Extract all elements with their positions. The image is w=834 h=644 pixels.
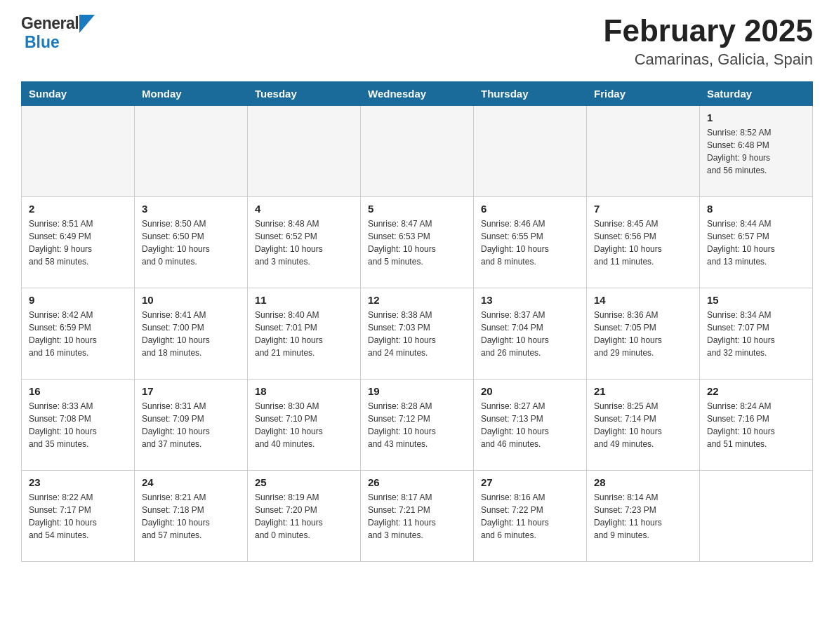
day-number: 24 xyxy=(142,476,240,488)
weekday-tuesday: Tuesday xyxy=(248,82,361,106)
week-row-4: 23Sunrise: 8:22 AM Sunset: 7:17 PM Dayli… xyxy=(22,471,813,562)
weekday-friday: Friday xyxy=(587,82,700,106)
table-row: 21Sunrise: 8:25 AM Sunset: 7:14 PM Dayli… xyxy=(587,380,700,471)
week-row-3: 16Sunrise: 8:33 AM Sunset: 7:08 PM Dayli… xyxy=(22,380,813,471)
table-row xyxy=(474,106,587,197)
day-info: Sunrise: 8:46 AM Sunset: 6:55 PM Dayligh… xyxy=(481,217,579,268)
day-info: Sunrise: 8:48 AM Sunset: 6:52 PM Dayligh… xyxy=(255,217,353,268)
logo-general-text: General xyxy=(21,14,79,33)
day-number: 17 xyxy=(142,385,240,397)
table-row: 14Sunrise: 8:36 AM Sunset: 7:05 PM Dayli… xyxy=(587,288,700,380)
day-info: Sunrise: 8:17 AM Sunset: 7:21 PM Dayligh… xyxy=(368,491,466,542)
day-info: Sunrise: 8:19 AM Sunset: 7:20 PM Dayligh… xyxy=(255,491,353,542)
day-number: 12 xyxy=(368,294,466,306)
table-row: 25Sunrise: 8:19 AM Sunset: 7:20 PM Dayli… xyxy=(248,471,361,562)
table-row: 16Sunrise: 8:33 AM Sunset: 7:08 PM Dayli… xyxy=(22,380,135,471)
table-row: 27Sunrise: 8:16 AM Sunset: 7:22 PM Dayli… xyxy=(474,471,587,562)
day-info: Sunrise: 8:30 AM Sunset: 7:10 PM Dayligh… xyxy=(255,400,353,450)
svg-marker-0 xyxy=(79,15,95,33)
table-row xyxy=(22,106,135,197)
day-number: 13 xyxy=(481,294,579,306)
day-number: 1 xyxy=(707,112,805,123)
day-number: 28 xyxy=(594,476,692,488)
table-row: 4Sunrise: 8:48 AM Sunset: 6:52 PM Daylig… xyxy=(248,197,361,288)
table-row xyxy=(248,106,361,197)
day-number: 8 xyxy=(707,203,805,215)
table-row: 2Sunrise: 8:51 AM Sunset: 6:49 PM Daylig… xyxy=(22,197,135,288)
day-info: Sunrise: 8:52 AM Sunset: 6:48 PM Dayligh… xyxy=(707,126,805,177)
day-number: 19 xyxy=(368,385,466,397)
table-row: 13Sunrise: 8:37 AM Sunset: 7:04 PM Dayli… xyxy=(474,288,587,380)
table-row: 1Sunrise: 8:52 AM Sunset: 6:48 PM Daylig… xyxy=(700,106,813,197)
title-block: February 2025 Camarinas, Galicia, Spain xyxy=(604,14,813,69)
day-number: 16 xyxy=(29,385,127,397)
day-info: Sunrise: 8:27 AM Sunset: 7:13 PM Dayligh… xyxy=(481,400,579,450)
day-number: 20 xyxy=(481,385,579,397)
day-number: 18 xyxy=(255,385,353,397)
day-info: Sunrise: 8:45 AM Sunset: 6:56 PM Dayligh… xyxy=(594,217,692,268)
table-row: 8Sunrise: 8:44 AM Sunset: 6:57 PM Daylig… xyxy=(700,197,813,288)
day-number: 4 xyxy=(255,203,353,215)
day-info: Sunrise: 8:24 AM Sunset: 7:16 PM Dayligh… xyxy=(707,400,805,450)
day-info: Sunrise: 8:40 AM Sunset: 7:01 PM Dayligh… xyxy=(255,309,353,359)
table-row xyxy=(587,106,700,197)
day-info: Sunrise: 8:47 AM Sunset: 6:53 PM Dayligh… xyxy=(368,217,466,268)
week-row-1: 2Sunrise: 8:51 AM Sunset: 6:49 PM Daylig… xyxy=(22,197,813,288)
day-info: Sunrise: 8:50 AM Sunset: 6:50 PM Dayligh… xyxy=(142,217,240,268)
weekday-monday: Monday xyxy=(135,82,248,106)
day-number: 2 xyxy=(29,203,127,215)
day-number: 23 xyxy=(29,476,127,488)
day-info: Sunrise: 8:22 AM Sunset: 7:17 PM Dayligh… xyxy=(29,491,127,542)
page-title: February 2025 xyxy=(604,14,813,48)
calendar-table: SundayMondayTuesdayWednesdayThursdayFrid… xyxy=(21,81,813,562)
table-row: 6Sunrise: 8:46 AM Sunset: 6:55 PM Daylig… xyxy=(474,197,587,288)
table-row: 11Sunrise: 8:40 AM Sunset: 7:01 PM Dayli… xyxy=(248,288,361,380)
day-info: Sunrise: 8:21 AM Sunset: 7:18 PM Dayligh… xyxy=(142,491,240,542)
day-number: 15 xyxy=(707,294,805,306)
table-row: 9Sunrise: 8:42 AM Sunset: 6:59 PM Daylig… xyxy=(22,288,135,380)
table-row: 7Sunrise: 8:45 AM Sunset: 6:56 PM Daylig… xyxy=(587,197,700,288)
day-info: Sunrise: 8:44 AM Sunset: 6:57 PM Dayligh… xyxy=(707,217,805,268)
day-number: 3 xyxy=(142,203,240,215)
day-info: Sunrise: 8:25 AM Sunset: 7:14 PM Dayligh… xyxy=(594,400,692,450)
table-row: 5Sunrise: 8:47 AM Sunset: 6:53 PM Daylig… xyxy=(361,197,474,288)
page-header: General Blue February 2025 Camarinas, Ga… xyxy=(21,14,813,69)
day-info: Sunrise: 8:37 AM Sunset: 7:04 PM Dayligh… xyxy=(481,309,579,359)
table-row: 22Sunrise: 8:24 AM Sunset: 7:16 PM Dayli… xyxy=(700,380,813,471)
day-number: 6 xyxy=(481,203,579,215)
day-info: Sunrise: 8:14 AM Sunset: 7:23 PM Dayligh… xyxy=(594,491,692,542)
day-info: Sunrise: 8:16 AM Sunset: 7:22 PM Dayligh… xyxy=(481,491,579,542)
table-row: 26Sunrise: 8:17 AM Sunset: 7:21 PM Dayli… xyxy=(361,471,474,562)
day-number: 26 xyxy=(368,476,466,488)
logo-triangle-icon xyxy=(79,15,95,33)
day-info: Sunrise: 8:38 AM Sunset: 7:03 PM Dayligh… xyxy=(368,309,466,359)
day-info: Sunrise: 8:28 AM Sunset: 7:12 PM Dayligh… xyxy=(368,400,466,450)
table-row: 18Sunrise: 8:30 AM Sunset: 7:10 PM Dayli… xyxy=(248,380,361,471)
day-info: Sunrise: 8:34 AM Sunset: 7:07 PM Dayligh… xyxy=(707,309,805,359)
calendar-body: 1Sunrise: 8:52 AM Sunset: 6:48 PM Daylig… xyxy=(22,106,813,562)
day-number: 22 xyxy=(707,385,805,397)
day-info: Sunrise: 8:36 AM Sunset: 7:05 PM Dayligh… xyxy=(594,309,692,359)
table-row: 19Sunrise: 8:28 AM Sunset: 7:12 PM Dayli… xyxy=(361,380,474,471)
table-row: 15Sunrise: 8:34 AM Sunset: 7:07 PM Dayli… xyxy=(700,288,813,380)
table-row xyxy=(135,106,248,197)
day-number: 27 xyxy=(481,476,579,488)
week-row-0: 1Sunrise: 8:52 AM Sunset: 6:48 PM Daylig… xyxy=(22,106,813,197)
table-row: 17Sunrise: 8:31 AM Sunset: 7:09 PM Dayli… xyxy=(135,380,248,471)
day-number: 21 xyxy=(594,385,692,397)
day-info: Sunrise: 8:42 AM Sunset: 6:59 PM Dayligh… xyxy=(29,309,127,359)
day-info: Sunrise: 8:51 AM Sunset: 6:49 PM Dayligh… xyxy=(29,217,127,268)
table-row: 28Sunrise: 8:14 AM Sunset: 7:23 PM Dayli… xyxy=(587,471,700,562)
weekday-wednesday: Wednesday xyxy=(361,82,474,106)
table-row xyxy=(361,106,474,197)
table-row: 10Sunrise: 8:41 AM Sunset: 7:00 PM Dayli… xyxy=(135,288,248,380)
calendar-header: SundayMondayTuesdayWednesdayThursdayFrid… xyxy=(22,82,813,106)
logo: General Blue xyxy=(21,14,95,52)
table-row: 3Sunrise: 8:50 AM Sunset: 6:50 PM Daylig… xyxy=(135,197,248,288)
table-row: 12Sunrise: 8:38 AM Sunset: 7:03 PM Dayli… xyxy=(361,288,474,380)
day-number: 10 xyxy=(142,294,240,306)
day-number: 25 xyxy=(255,476,353,488)
day-info: Sunrise: 8:33 AM Sunset: 7:08 PM Dayligh… xyxy=(29,400,127,450)
day-number: 11 xyxy=(255,294,353,306)
day-info: Sunrise: 8:41 AM Sunset: 7:00 PM Dayligh… xyxy=(142,309,240,359)
